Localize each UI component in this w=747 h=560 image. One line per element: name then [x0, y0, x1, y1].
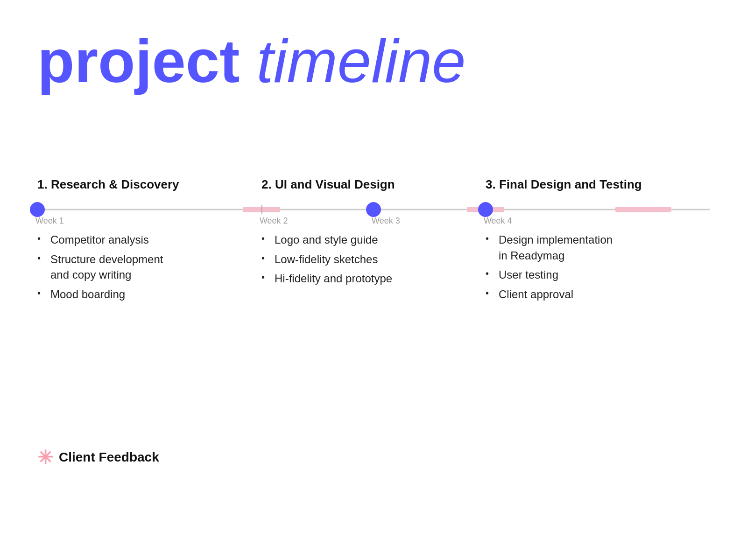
phase-1-header: 1. Research & Discovery [37, 177, 261, 192]
timeline-bar: Week 1 Week 2 Week 3 Week 4 [37, 201, 710, 218]
phases-content: Competitor analysis Structure developmen… [37, 232, 710, 306]
phase-2-header: 2. UI and Visual Design [261, 177, 486, 192]
pink-segment-3 [615, 207, 671, 212]
title-word1: project [37, 27, 240, 95]
phases-header: 1. Research & Discovery 2. UI and Visual… [37, 177, 710, 192]
phase-3-item-2: User testing [486, 267, 696, 283]
week-label-4: Week 4 [484, 216, 512, 226]
phase-3-content: Design implementationin Readymag User te… [486, 232, 710, 306]
phase-3-item-3: Client approval [486, 287, 696, 302]
phase-3-list: Design implementationin Readymag User te… [486, 232, 696, 302]
phase-1-dot [30, 202, 45, 217]
page-title: project timeline [37, 28, 466, 95]
phase-1-item-1: Competitor analysis [37, 232, 247, 248]
client-feedback: ✳ Client Feedback [37, 448, 159, 467]
phase-3-header: 3. Final Design and Testing [486, 177, 710, 192]
phase-2-content: Logo and style guide Low-fidelity sketch… [261, 232, 486, 290]
feedback-asterisk-icon: ✳ [37, 448, 53, 467]
title-word2: timeline [257, 27, 466, 95]
phase-3-item-1: Design implementationin Readymag [486, 232, 696, 263]
week-label-2: Week 2 [260, 216, 288, 226]
week-tick-2: Week 2 [261, 205, 262, 214]
phase-2-item-1: Logo and style guide [261, 232, 472, 248]
phase-2-dot [366, 202, 381, 217]
phase-1-item-3: Mood boarding [37, 287, 247, 302]
phase-1-list: Competitor analysis Structure developmen… [37, 232, 247, 302]
phase-3-dot [478, 202, 493, 217]
feedback-label: Client Feedback [59, 450, 159, 465]
phase-2-list: Logo and style guide Low-fidelity sketch… [261, 232, 472, 287]
phase-2-item-3: Hi-fidelity and prototype [261, 271, 472, 287]
phase-2-item-2: Low-fidelity sketches [261, 252, 472, 267]
phase-1-item-2: Structure developmentand copy writing [37, 252, 247, 283]
phase-1-content: Competitor analysis Structure developmen… [37, 232, 261, 306]
week-label-1: Week 1 [35, 216, 64, 226]
timeline-container: 1. Research & Discovery 2. UI and Visual… [37, 177, 710, 306]
week-label-3: Week 3 [372, 216, 400, 226]
